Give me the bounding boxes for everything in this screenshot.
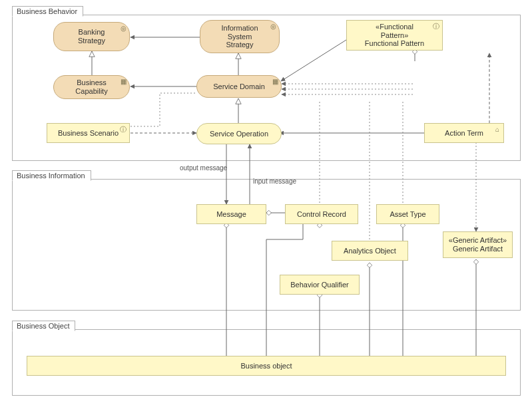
label: Action Term [445,129,483,138]
edge-label-output: output message [180,164,227,172]
stereotype: «Generic Artifact» [449,236,507,245]
node-behavior-qualifier[interactable]: Behavior Qualifier [280,275,360,295]
stereotype: «Functional Pattern» [376,23,413,39]
label: Asset Type [390,210,425,219]
label: Functional Pattern [365,39,424,48]
label: Analytics Object [344,247,396,255]
node-generic-artifact[interactable]: «Generic Artifact» Generic Artifact [443,231,513,258]
node-banking-strategy[interactable]: Banking Strategy ◎ [53,22,130,51]
section-tab-object: Business Object [12,321,75,331]
label: Message [216,210,246,219]
label: Business object [240,362,292,370]
node-analytics-object[interactable]: Analytics Object [332,241,408,261]
label: Behavior Qualifier [290,281,348,289]
node-action-term[interactable]: Action Term ⌂ [424,123,504,143]
diagram-canvas: Business Behavior Business Information B… [0,0,532,417]
info-icon: ⓘ [119,126,127,134]
node-message[interactable]: Message [196,204,266,224]
node-functional-pattern[interactable]: «Functional Pattern» Functional Pattern … [346,20,443,51]
node-information-system-strategy[interactable]: Information System Strategy ◎ [200,20,280,53]
target-icon: ◎ [269,23,277,31]
label: Banking Strategy [78,28,105,45]
label: Control Record [297,210,346,219]
section-tab-behavior: Business Behavior [12,6,83,17]
label: Business Scenario [58,129,119,138]
label: Generic Artifact [453,245,503,253]
node-business-object[interactable]: Business object [27,356,506,376]
label: Service Domain [213,82,265,91]
label: Service Operation [210,130,268,138]
node-asset-type[interactable]: Asset Type [376,204,439,224]
label: Business Capability [75,78,107,95]
node-service-domain[interactable]: Service Domain ▦ [196,75,282,98]
grid-icon: ▦ [119,78,127,86]
node-service-operation[interactable]: Service Operation [196,123,282,144]
label: Information System Strategy [221,24,258,49]
chevron-icon: ⌂ [493,126,501,134]
node-business-scenario[interactable]: Business Scenario ⓘ [47,123,130,143]
node-control-record[interactable]: Control Record [285,204,358,224]
section-tab-information: Business Information [12,170,91,181]
info-icon: ⓘ [432,23,440,31]
edge-label-input: input message [253,178,296,185]
node-business-capability[interactable]: Business Capability ▦ [53,75,130,99]
target-icon: ◎ [119,25,127,33]
grid-icon: ▦ [271,78,279,86]
